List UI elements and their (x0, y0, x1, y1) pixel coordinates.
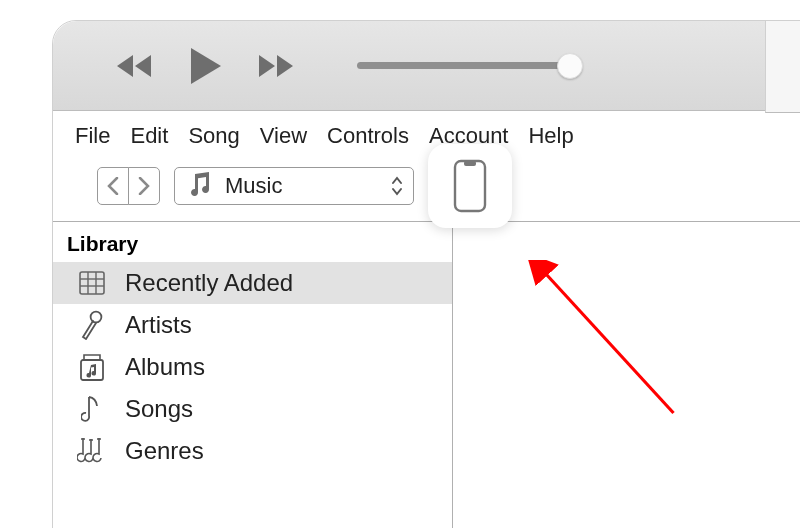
chevron-right-icon (138, 177, 150, 195)
menu-help[interactable]: Help (528, 123, 573, 149)
play-icon[interactable] (185, 46, 225, 86)
right-column-strip (765, 21, 800, 113)
sidebar-item-artists[interactable]: Artists (53, 304, 452, 346)
sidebar-item-label: Recently Added (125, 269, 293, 297)
sidebar-item-label: Songs (125, 395, 193, 423)
guitar-icon (75, 435, 109, 467)
seek-thumb-icon[interactable] (557, 53, 583, 79)
sidebar-item-label: Albums (125, 353, 205, 381)
menu-bar: File Edit Song View Controls Account Hel… (53, 111, 800, 165)
sidebar-item-songs[interactable]: Songs (53, 388, 452, 430)
fast-forward-icon[interactable] (255, 53, 297, 79)
music-note-icon (187, 171, 211, 201)
svg-rect-7 (455, 161, 485, 211)
nav-group (97, 167, 160, 205)
sidebar-header: Library (53, 226, 452, 262)
sidebar-item-recently-added[interactable]: Recently Added (53, 262, 452, 304)
back-button[interactable] (97, 167, 129, 205)
svg-rect-6 (81, 360, 103, 380)
phone-icon (453, 159, 487, 213)
svg-rect-0 (80, 272, 104, 294)
menu-song[interactable]: Song (188, 123, 239, 149)
note-icon (75, 393, 109, 425)
menu-controls[interactable]: Controls (327, 123, 409, 149)
chevron-left-icon (107, 177, 119, 195)
menu-view[interactable]: View (260, 123, 307, 149)
source-label: Music (225, 173, 282, 199)
menu-file[interactable]: File (75, 123, 110, 149)
seek-slider[interactable] (357, 62, 577, 69)
app-window: File Edit Song View Controls Account Hel… (52, 20, 800, 528)
album-icon (75, 351, 109, 383)
svg-rect-8 (464, 161, 476, 166)
menu-edit[interactable]: Edit (130, 123, 168, 149)
content-row: Library Recently Added Artists Albums (53, 222, 800, 528)
rewind-icon[interactable] (113, 53, 155, 79)
grid-icon (75, 267, 109, 299)
player-bar (53, 21, 800, 111)
sidebar-item-albums[interactable]: Albums (53, 346, 452, 388)
chevron-up-down-icon (391, 176, 403, 196)
main-pane: Music (453, 222, 800, 528)
sidebar-item-genres[interactable]: Genres (53, 430, 452, 472)
toolbar: Music (53, 165, 800, 217)
playback-controls (113, 46, 297, 86)
forward-button[interactable] (128, 167, 160, 205)
source-selector[interactable]: Music (174, 167, 414, 205)
device-button[interactable] (428, 144, 512, 228)
sidebar-item-label: Artists (125, 311, 192, 339)
sidebar-item-label: Genres (125, 437, 204, 465)
microphone-icon (75, 309, 109, 341)
sidebar: Library Recently Added Artists Albums (53, 222, 453, 528)
